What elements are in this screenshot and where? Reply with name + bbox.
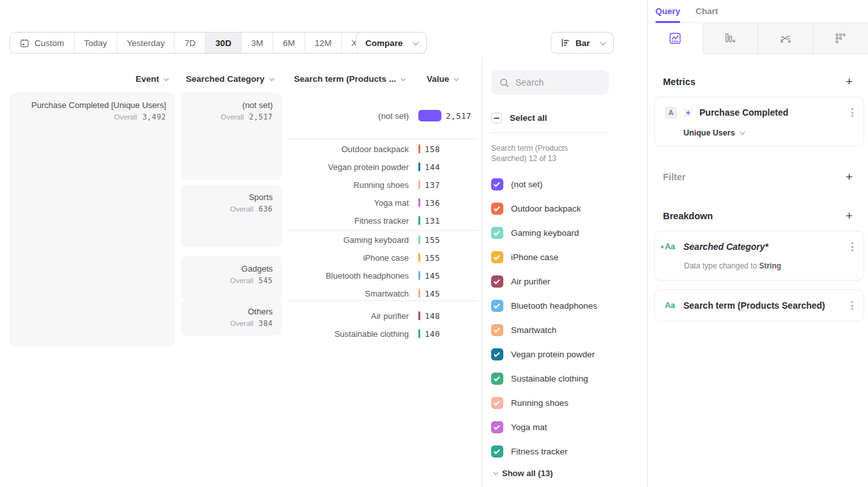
term-label: Yoga mat xyxy=(287,198,409,208)
date-range-button[interactable]: 6M xyxy=(273,33,305,53)
breakdown-heading: Breakdown xyxy=(663,211,713,221)
column-header-value[interactable]: Value xyxy=(427,74,478,84)
term-checkbox-row[interactable]: Sustainable clothing xyxy=(491,366,639,390)
term-checkbox[interactable] xyxy=(491,445,503,458)
column-header-searched-category[interactable]: Searched Category xyxy=(181,74,273,84)
term-checkbox-label: Yoga mat xyxy=(511,422,547,432)
column-header-search-term[interactable]: Search term (Products ... xyxy=(287,74,404,84)
date-range-button[interactable]: 12M xyxy=(305,33,342,53)
kebab-menu-icon[interactable] xyxy=(848,240,857,254)
term-group: (not set) 2,517 xyxy=(287,93,478,139)
term-checkbox-row[interactable]: Air purifier xyxy=(491,269,639,293)
term-checkbox-row[interactable]: Vegan protein powder xyxy=(491,342,639,366)
breakdown-card[interactable]: *Aa Searched Category* Data type changed… xyxy=(654,231,864,281)
category-cell[interactable]: Others Overall384 xyxy=(181,299,282,336)
term-row[interactable]: Air purifier 148 xyxy=(287,307,478,325)
event-cell[interactable]: Purchase Completed [Unique Users] Overal… xyxy=(10,93,175,346)
term-row[interactable]: Running shoes 137 xyxy=(287,176,478,194)
term-row[interactable]: Bluetooth headphones 145 xyxy=(287,267,478,284)
term-checkbox[interactable] xyxy=(491,324,503,336)
term-checkbox-row[interactable]: Smartwatch xyxy=(491,318,639,342)
sidebar-tab[interactable]: Chart xyxy=(696,0,718,22)
term-checkbox-row[interactable]: Fitness tracker xyxy=(491,439,639,463)
term-row[interactable]: Gaming keyboard 155 xyxy=(287,231,478,249)
term-row[interactable]: Outdoor backpack 158 xyxy=(287,140,478,158)
breakdown-section: Breakdown + xyxy=(648,210,868,222)
date-range-button[interactable]: 30D xyxy=(206,33,241,53)
add-filter-button[interactable]: + xyxy=(846,171,853,183)
term-checkbox[interactable] xyxy=(491,275,503,288)
term-checkbox[interactable] xyxy=(491,227,503,239)
search-box[interactable] xyxy=(491,70,609,95)
show-all-toggle[interactable]: Show all (13) xyxy=(491,468,639,478)
date-range-label: 30D xyxy=(215,38,231,48)
kebab-menu-icon[interactable] xyxy=(848,105,857,120)
sidebar-tab-label: Chart xyxy=(696,6,718,16)
term-row[interactable]: Smartwatch 145 xyxy=(287,284,478,302)
date-range-label: 3M xyxy=(251,38,263,48)
add-metric-button[interactable]: + xyxy=(846,75,853,88)
term-row[interactable]: Sustainable clothing 140 xyxy=(287,325,478,343)
value-bar xyxy=(418,271,420,280)
chevron-down-icon xyxy=(493,469,498,474)
compare-button[interactable]: Compare xyxy=(356,32,427,54)
value-text: 2,517 xyxy=(446,111,471,121)
breakdown-card[interactable]: Aa Search term (Products Searched) xyxy=(654,290,864,321)
segment-filter-panel: Select all Search term (Products Searche… xyxy=(482,58,648,487)
term-row[interactable]: Yoga mat 136 xyxy=(287,194,478,212)
sidebar-tab[interactable]: Query xyxy=(655,0,680,22)
column-header-event[interactable]: Event xyxy=(10,74,167,84)
date-range-button[interactable]: Today xyxy=(75,33,118,53)
category-cell[interactable]: Gadgets Overall545 xyxy=(181,256,282,299)
term-checkbox[interactable] xyxy=(491,251,503,263)
value-bar xyxy=(418,235,420,244)
search-input[interactable] xyxy=(515,77,598,88)
term-checkbox-row[interactable]: Gaming keyboard xyxy=(491,220,639,245)
date-range-button[interactable]: 3M xyxy=(241,33,273,53)
tab-retention[interactable] xyxy=(813,23,868,54)
kebab-menu-icon[interactable] xyxy=(848,298,857,313)
term-checkbox-label: (not set) xyxy=(511,180,543,189)
term-group: Gaming keyboard 155 iPhone case 155 Blue… xyxy=(287,230,478,300)
date-range-button[interactable]: Yesterday xyxy=(118,33,176,53)
term-row[interactable]: Vegan protein powder 144 xyxy=(287,158,478,176)
term-checkbox[interactable] xyxy=(491,348,503,360)
term-checkbox-row[interactable]: (not set) xyxy=(491,172,639,196)
term-checkbox-row[interactable]: Running shoes xyxy=(491,390,639,415)
measure-dropdown[interactable]: Unique Users xyxy=(683,128,857,137)
term-checkbox[interactable] xyxy=(491,203,503,215)
category-cell[interactable]: (not set) Overall2,517 xyxy=(181,93,282,180)
term-checkbox[interactable] xyxy=(491,397,503,409)
value-bar xyxy=(418,216,420,225)
select-all-row[interactable]: Select all xyxy=(491,112,639,123)
term-row[interactable]: Fitness tracker 131 xyxy=(287,212,478,229)
add-breakdown-button[interactable]: + xyxy=(846,210,853,222)
metric-card[interactable]: A Purchase Completed Unique Users xyxy=(654,97,864,146)
category-name: (not set) xyxy=(190,100,273,110)
term-checkbox[interactable] xyxy=(491,373,503,385)
analytics-app: Custom Today Yesterday 7D 30D xyxy=(0,0,868,487)
measure-label: Unique Users xyxy=(683,128,735,137)
tab-insights[interactable] xyxy=(648,23,703,54)
tab-funnels[interactable] xyxy=(703,23,758,54)
date-range-button[interactable]: Custom xyxy=(10,33,75,53)
term-checkbox[interactable] xyxy=(491,421,503,433)
select-all-checkbox[interactable] xyxy=(491,112,502,123)
term-checkbox-row[interactable]: Bluetooth headphones xyxy=(491,293,639,318)
term-checkbox-row[interactable]: Yoga mat xyxy=(491,415,639,439)
tab-flows[interactable] xyxy=(758,23,813,54)
term-checkbox-row[interactable]: Outdoor backpack xyxy=(491,196,639,220)
date-range-button[interactable]: 7D xyxy=(175,33,206,53)
term-row[interactable]: (not set) 2,517 xyxy=(287,95,478,136)
term-checkbox-label: Smartwatch xyxy=(511,325,556,335)
term-checkbox[interactable] xyxy=(491,178,503,190)
term-row[interactable]: iPhone case 155 xyxy=(287,249,478,267)
filter-heading: Filter xyxy=(663,172,685,182)
category-cell[interactable]: Sports Overall636 xyxy=(181,185,282,247)
value-text: 155 xyxy=(425,253,440,263)
search-term-value-column: (not set) 2,517 Outdoor backpack 158 Veg… xyxy=(287,93,478,343)
category-overall: Overall636 xyxy=(190,205,273,213)
chart-type-button[interactable]: Bar xyxy=(551,32,614,54)
term-checkbox[interactable] xyxy=(491,300,503,312)
term-checkbox-row[interactable]: iPhone case xyxy=(491,245,639,269)
